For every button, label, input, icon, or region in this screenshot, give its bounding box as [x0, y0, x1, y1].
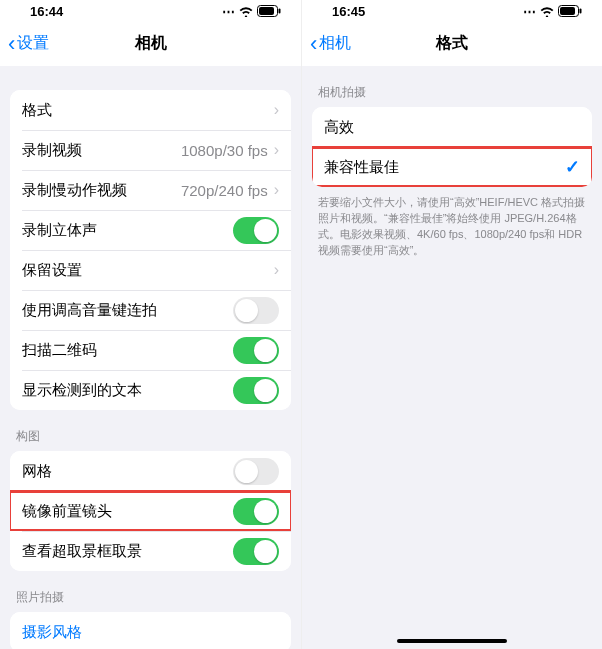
row-label: 录制视频 [22, 141, 181, 160]
status-time: 16:45 [332, 4, 365, 19]
row-label: 使用调高音量键连拍 [22, 301, 233, 320]
chevron-right-icon: › [274, 261, 279, 279]
battery-icon [558, 5, 582, 17]
toggle-switch[interactable] [233, 217, 279, 244]
detect-text-row[interactable]: 显示检测到的文本 [10, 370, 291, 410]
svg-rect-4 [560, 7, 575, 15]
section-footer: 若要缩小文件大小，请使用“高效”HEIF/HEVC 格式拍摄照片和视频。“兼容性… [302, 187, 602, 259]
row-label: 显示检测到的文本 [22, 381, 233, 400]
section-header: 照片拍摄 [0, 571, 301, 612]
toggle-switch[interactable] [233, 377, 279, 404]
high-efficiency-row[interactable]: 高效 [312, 107, 592, 147]
switch-knob [254, 379, 277, 402]
status-time: 16:44 [30, 4, 63, 19]
photographic-styles-row[interactable]: 摄影风格 [10, 612, 291, 649]
svg-rect-1 [259, 7, 274, 15]
switch-knob [254, 500, 277, 523]
row-label: 摄影风格 [22, 623, 279, 642]
chevron-left-icon: ‹ [8, 33, 15, 55]
svg-rect-5 [580, 9, 582, 14]
most-compatible-row[interactable]: 兼容性最佳✓ [312, 147, 592, 187]
status-bar: 16:44 ⋯ [0, 0, 301, 22]
switch-knob [254, 540, 277, 563]
stereo-sound-row[interactable]: 录制立体声 [10, 210, 291, 250]
camera-settings-screen: 16:44 ⋯ ‹ 设置 相机 格式›录制视频1080p/30 fps›录制慢动… [0, 0, 301, 649]
formats-row[interactable]: 格式› [10, 90, 291, 130]
svg-rect-2 [279, 9, 281, 14]
toggle-switch[interactable] [233, 498, 279, 525]
format-options-group: 高效兼容性最佳✓ [312, 107, 592, 187]
row-label: 高效 [324, 118, 580, 137]
row-detail: 1080p/30 fps [181, 142, 268, 159]
status-bar: 16:45 ⋯ [302, 0, 602, 22]
settings-group: 网格镜像前置镜头查看超取景框取景 [10, 451, 291, 571]
back-label: 设置 [17, 33, 49, 54]
volume-burst-row[interactable]: 使用调高音量键连拍 [10, 290, 291, 330]
toggle-switch[interactable] [233, 337, 279, 364]
back-button[interactable]: ‹ 相机 [302, 33, 351, 55]
switch-knob [254, 339, 277, 362]
row-label: 录制立体声 [22, 221, 233, 240]
formats-screen: 16:45 ⋯ ‹ 相机 格式 相机拍摄 高效兼容性最佳✓ 若要缩小文件大小，请… [301, 0, 602, 649]
grid-row[interactable]: 网格 [10, 451, 291, 491]
nav-bar: ‹ 设置 相机 [0, 22, 301, 66]
chevron-right-icon: › [274, 141, 279, 159]
battery-icon [257, 5, 281, 17]
wifi-icon [239, 6, 253, 17]
content: 格式›录制视频1080p/30 fps›录制慢动作视频720p/240 fps›… [0, 66, 301, 649]
preserve-settings-row[interactable]: 保留设置› [10, 250, 291, 290]
row-label: 镜像前置镜头 [22, 502, 233, 521]
settings-group: 摄影风格 [10, 612, 291, 649]
toggle-switch[interactable] [233, 538, 279, 565]
switch-knob [254, 219, 277, 242]
row-label: 查看超取景框取景 [22, 542, 233, 561]
content: 相机拍摄 高效兼容性最佳✓ 若要缩小文件大小，请使用“高效”HEIF/HEVC … [302, 66, 602, 649]
row-label: 扫描二维码 [22, 341, 233, 360]
check-icon: ✓ [565, 156, 580, 178]
settings-group: 格式›录制视频1080p/30 fps›录制慢动作视频720p/240 fps›… [10, 90, 291, 410]
section-header: 相机拍摄 [302, 66, 602, 107]
chevron-right-icon: › [274, 181, 279, 199]
row-label: 兼容性最佳 [324, 158, 565, 177]
chevron-right-icon: › [274, 101, 279, 119]
nav-bar: ‹ 相机 格式 [302, 22, 602, 66]
toggle-switch[interactable] [233, 297, 279, 324]
back-label: 相机 [319, 33, 351, 54]
dots-icon: ⋯ [523, 4, 536, 19]
chevron-left-icon: ‹ [310, 33, 317, 55]
wifi-icon [540, 6, 554, 17]
record-slomo-row[interactable]: 录制慢动作视频720p/240 fps› [10, 170, 291, 210]
switch-knob [235, 460, 258, 483]
dots-icon: ⋯ [222, 4, 235, 19]
row-detail: 720p/240 fps [181, 182, 268, 199]
scan-qr-row[interactable]: 扫描二维码 [10, 330, 291, 370]
section-header: 构图 [0, 410, 301, 451]
toggle-switch[interactable] [233, 458, 279, 485]
mirror-front-row[interactable]: 镜像前置镜头 [10, 491, 291, 531]
row-label: 录制慢动作视频 [22, 181, 181, 200]
row-label: 网格 [22, 462, 233, 481]
row-label: 保留设置 [22, 261, 274, 280]
home-indicator[interactable] [397, 639, 507, 643]
back-button[interactable]: ‹ 设置 [0, 33, 49, 55]
status-right: ⋯ [523, 4, 582, 19]
row-label: 格式 [22, 101, 274, 120]
record-video-row[interactable]: 录制视频1080p/30 fps› [10, 130, 291, 170]
view-outside-frame-row[interactable]: 查看超取景框取景 [10, 531, 291, 571]
switch-knob [235, 299, 258, 322]
status-right: ⋯ [222, 4, 281, 19]
